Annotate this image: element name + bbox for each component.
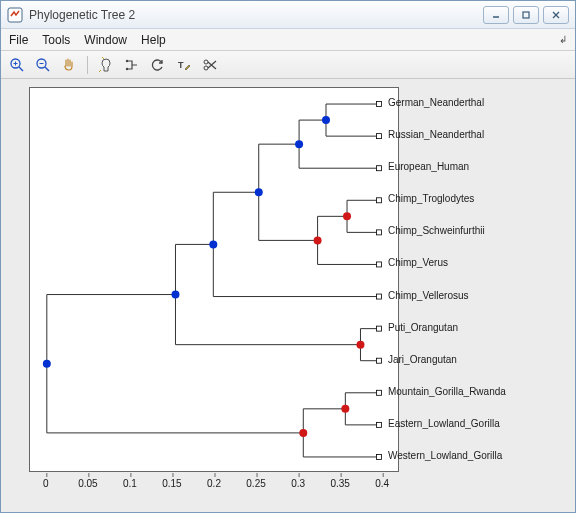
svg-line-8 [45,67,49,71]
svg-point-14 [204,60,208,64]
leaf-label: Chimp_Verus [388,257,448,268]
internal-node[interactable] [322,116,330,124]
tree-branch [326,104,379,120]
toolbar-divider [87,56,88,74]
menu-help[interactable]: Help [141,33,166,47]
x-tick-label: 0.2 [207,478,221,489]
svg-point-11 [126,67,128,69]
menubar: File Tools Window Help ↲ [1,29,575,51]
inspect-icon[interactable] [96,55,116,75]
tree-branch [299,144,379,168]
leaf-marker[interactable] [376,326,381,331]
x-tick-label: 0.25 [246,478,265,489]
leaf-label: Russian_Neanderthal [388,129,484,140]
menu-file[interactable]: File [9,33,28,47]
tree-branch [213,192,258,244]
window-title: Phylogenetic Tree 2 [29,8,483,22]
leaf-marker[interactable] [376,454,381,459]
tree-branch [175,295,360,345]
tree-branch [345,393,379,409]
leaf-label: Jari_Orangutan [388,354,457,365]
pan-icon[interactable] [59,55,79,75]
tree-branch [347,200,379,216]
leaf-label: Chimp_Schweinfurthii [388,225,485,236]
internal-node[interactable] [343,212,351,220]
leaf-label: Mountain_Gorilla_Rwanda [388,386,506,397]
tree-branch [303,409,345,433]
minimize-button[interactable] [483,6,509,24]
tree-branch [47,364,303,433]
leaf-label: Western_Lowland_Gorilla [388,450,502,461]
internal-node[interactable] [356,341,364,349]
svg-text:T: T [178,60,184,70]
titlebar[interactable]: Phylogenetic Tree 2 [1,1,575,29]
internal-node[interactable] [255,188,263,196]
internal-node[interactable] [341,405,349,413]
tree-branch [259,144,299,192]
leaf-marker[interactable] [376,166,381,171]
leaf-marker[interactable] [376,198,381,203]
leaf-label: Chimp_Vellerosus [388,290,469,301]
rotate-icon[interactable] [148,55,168,75]
x-tick-label: 0.4 [375,478,389,489]
leaf-marker[interactable] [376,262,381,267]
svg-point-10 [126,59,128,61]
close-button[interactable] [543,6,569,24]
x-tick-label: 0.1 [123,478,137,489]
tree-branch [175,244,213,294]
tree-branch [303,433,379,457]
leaf-marker[interactable] [376,102,381,107]
svg-point-13 [204,66,208,70]
app-window: Phylogenetic Tree 2 File Tools Window He… [0,0,576,513]
x-tick-label: 0.35 [330,478,349,489]
leaf-label: German_Neanderthal [388,97,484,108]
zoom-in-icon[interactable] [7,55,27,75]
leaf-marker[interactable] [376,134,381,139]
leaf-marker[interactable] [376,358,381,363]
svg-line-4 [19,67,23,71]
internal-node[interactable] [314,236,322,244]
rename-icon[interactable]: T [174,55,194,75]
leaf-marker[interactable] [376,422,381,427]
plot-area: German_NeanderthalRussian_NeanderthalEur… [1,79,575,512]
menu-overflow-icon[interactable]: ↲ [559,34,567,45]
tree-branch [299,120,326,144]
leaf-label: Puti_Orangutan [388,322,458,333]
leaf-marker[interactable] [376,294,381,299]
maximize-button[interactable] [513,6,539,24]
x-tick-label: 0 [43,478,49,489]
prune-icon[interactable] [200,55,220,75]
tree-branch [213,244,379,296]
menu-window[interactable]: Window [84,33,127,47]
x-tick-label: 0.15 [162,478,181,489]
tree-branch [318,216,347,240]
leaf-marker[interactable] [376,230,381,235]
x-tick-label: 0.05 [78,478,97,489]
leaf-marker[interactable] [376,390,381,395]
tree-branch [347,216,379,232]
internal-node[interactable] [209,240,217,248]
internal-node[interactable] [299,429,307,437]
collapse-icon[interactable] [122,55,142,75]
zoom-out-icon[interactable] [33,55,53,75]
leaf-label: Chimp_Troglodytes [388,193,474,204]
internal-node[interactable] [43,360,51,368]
menu-tools[interactable]: Tools [42,33,70,47]
tree-branch [259,192,318,240]
tree-branch [47,295,176,364]
tree-branch [345,409,379,425]
tree-branch [326,120,379,136]
tree-branch [318,240,379,264]
svg-rect-0 [8,8,22,22]
app-icon [7,7,23,23]
leaf-label: Eastern_Lowland_Gorilla [388,418,500,429]
internal-node[interactable] [171,291,179,299]
toolbar: T [1,51,575,79]
svg-rect-2 [523,12,529,18]
x-tick-label: 0.3 [291,478,305,489]
axes[interactable] [29,87,399,472]
internal-node[interactable] [295,140,303,148]
leaf-label: European_Human [388,161,469,172]
